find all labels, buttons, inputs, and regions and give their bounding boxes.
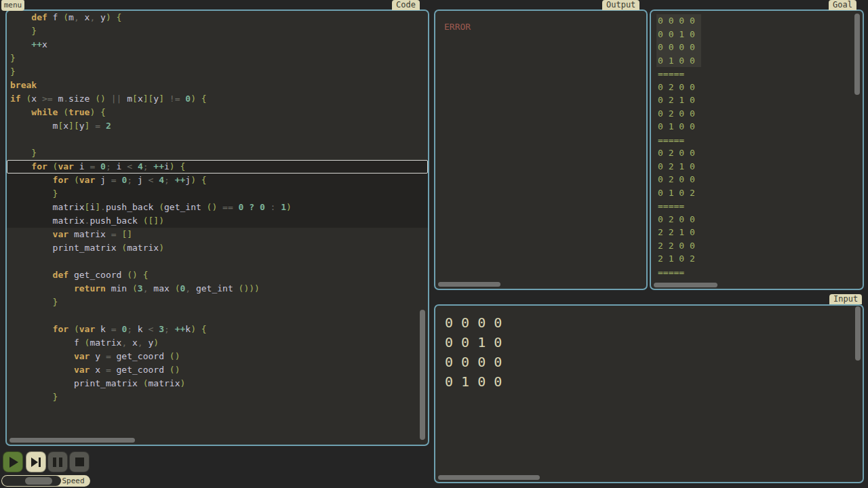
goal-matrix-row: 0 2 0 0 [658, 146, 701, 160]
goal-matrix-row: 0 2 1 0 [658, 94, 701, 107]
tab-goal[interactable]: Goal [829, 0, 856, 10]
speed-label: Speed [58, 475, 88, 487]
code-line: } [7, 390, 428, 404]
code-line: var x = get_coord () [7, 363, 428, 377]
code-line: } [7, 146, 428, 160]
stop-button[interactable] [69, 451, 90, 472]
input-content[interactable]: 0 0 0 00 0 1 00 0 0 00 1 0 0 [445, 313, 502, 392]
input-matrix-row: 0 0 0 0 [445, 352, 502, 372]
goal-matrix-row: 2 2 1 0 [658, 226, 701, 239]
goal-matrix-row: 0 1 0 0 [658, 120, 701, 134]
code-vertical-scrollbar[interactable] [420, 310, 425, 440]
output-panel: ERROR [434, 9, 648, 290]
play-icon [9, 457, 18, 468]
goal-matrix-row: 0 2 1 0 [658, 160, 701, 174]
step-forward-icon [31, 458, 41, 467]
code-panel: def f (m, x, y) { } ++x}}breakif (x >= m… [5, 9, 429, 446]
goal-matrix-row: 0 2 0 0 [658, 173, 701, 186]
goal-matrix-block: 0 2 0 02 2 1 02 2 0 02 1 0 2 [658, 213, 701, 266]
output-error-text: ERROR [444, 22, 471, 32]
code-line: } [7, 24, 428, 38]
code-line: m[x][y] = 2 [7, 119, 428, 133]
code-line-current: for (var i = 0; i < 4; ++i) { [7, 160, 428, 174]
code-editor[interactable]: def f (m, x, y) { } ++x}}breakif (x >= m… [7, 11, 428, 445]
code-line: } [7, 296, 428, 309]
tab-output[interactable]: Output [602, 0, 639, 10]
code-line: print_matrix (matrix) [7, 241, 428, 255]
goal-vertical-scrollbar[interactable] [854, 14, 860, 95]
pause-icon [53, 458, 62, 467]
goal-matrix-row: 0 2 0 0 [658, 107, 701, 121]
goal-matrix-row: 0 0 0 0 [658, 14, 695, 28]
goal-matrix-row: 0 2 0 0 [658, 81, 701, 94]
tab-input[interactable]: Input [829, 294, 862, 304]
goal-horizontal-scrollbar[interactable] [654, 283, 717, 287]
goal-separator: ===== [658, 199, 701, 213]
input-matrix-row: 0 0 0 0 [445, 313, 502, 333]
goal-matrix-row: 0 0 0 0 [658, 41, 695, 54]
code-line: ++x [7, 38, 428, 52]
code-line: if (x >= m.size () || m[x][y] != 0) { [7, 92, 428, 106]
goal-separator: ===== [658, 67, 701, 81]
code-line: def f (m, x, y) { [7, 11, 428, 24]
code-line: } [7, 65, 428, 79]
input-vertical-scrollbar[interactable] [855, 306, 861, 361]
code-line: var matrix = [] [7, 228, 428, 241]
menu-button[interactable]: menu [1, 0, 24, 11]
code-line: while (true) { [7, 106, 428, 119]
code-line: for (var k = 0; k < 3; ++k) { [7, 323, 428, 336]
goal-matrix-block: 0 2 0 00 2 1 00 2 0 00 1 0 0 [658, 81, 701, 134]
goal-separator: ===== [658, 266, 701, 279]
code-line: var y = get_coord () [7, 350, 428, 363]
goal-matrix-block: 0 2 0 00 2 1 00 2 0 00 1 0 2 [658, 146, 701, 199]
code-horizontal-scrollbar[interactable] [9, 438, 135, 443]
pause-button[interactable] [47, 451, 68, 472]
goal-matrix-row: 0 0 1 0 [658, 28, 695, 41]
code-line: def get_coord () { [7, 268, 428, 282]
code-line: for (var j = 0; j < 4; ++j) { [7, 174, 428, 187]
goal-separator: ===== [658, 134, 701, 147]
input-matrix-row: 0 0 1 0 [445, 333, 502, 352]
goal-matrix-block: 0 0 0 00 0 1 00 0 0 00 1 0 0 [656, 14, 701, 67]
code-line [7, 255, 428, 268]
goal-matrix-row: 0 1 0 0 [658, 54, 695, 68]
code-line: } [7, 187, 428, 201]
code-line: matrix.push_back ([]) [7, 214, 428, 228]
code-line [7, 309, 428, 323]
input-matrix-row: 0 1 0 0 [445, 372, 502, 392]
tab-code[interactable]: Code [392, 0, 420, 10]
goal-matrix-row: 0 2 0 0 [658, 213, 701, 226]
code-line: return min (3, max (0, get_int ())) [7, 282, 428, 296]
input-horizontal-scrollbar[interactable] [438, 475, 540, 480]
goal-matrix-row: 0 1 0 2 [658, 186, 701, 200]
code-line: print_matrix (matrix) [7, 377, 428, 390]
step-button[interactable] [26, 451, 46, 472]
code-line: matrix[i].push_back (get_int () == 0 ? 0… [7, 201, 428, 214]
stop-icon [75, 458, 84, 466]
code-line: break [7, 79, 428, 92]
goal-matrix-row: 2 2 0 0 [658, 239, 701, 253]
code-line: } [7, 52, 428, 65]
output-horizontal-scrollbar[interactable] [438, 282, 500, 287]
goal-content: 0 0 0 00 0 1 00 0 0 00 1 0 0=====0 2 0 0… [658, 14, 701, 279]
play-button[interactable] [3, 451, 23, 472]
code-line: f (matrix, x, y) [7, 336, 428, 350]
speed-slider-track[interactable] [2, 476, 61, 486]
input-panel: 0 0 0 00 0 1 00 0 0 00 1 0 0 [434, 304, 864, 483]
goal-panel: 0 0 0 00 0 1 00 0 0 00 1 0 0=====0 2 0 0… [650, 9, 864, 290]
code-line [7, 133, 428, 146]
speed-slider[interactable]: Speed [1, 475, 90, 487]
goal-matrix-row: 2 1 0 2 [658, 252, 701, 266]
speed-slider-thumb[interactable] [25, 477, 52, 485]
